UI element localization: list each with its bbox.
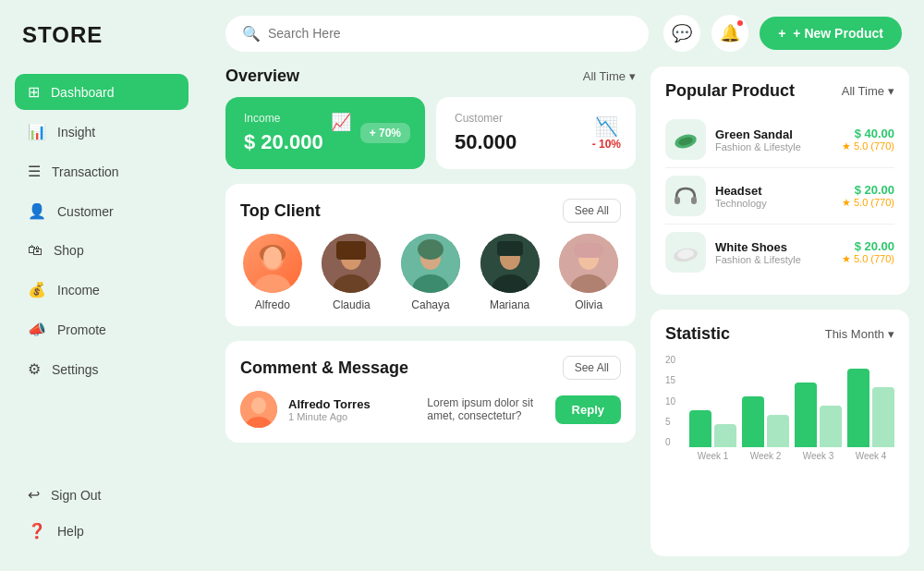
commenter-info: Alfredo Torres 1 Minute Ago [288, 397, 405, 422]
message-icon: 💬 [672, 23, 692, 43]
svg-point-21 [251, 397, 266, 414]
product-rating-shoes: ★ 5.0 (770) [842, 253, 894, 265]
sidebar-item-settings[interactable]: ⚙ Settings [15, 351, 188, 387]
x-label-week3: Week 3 [795, 451, 842, 461]
week2-bar2 [767, 415, 789, 447]
sidebar-label-promote: Promote [57, 322, 106, 337]
svg-rect-28 [691, 197, 697, 204]
statistic-filter[interactable]: This Month ▾ [825, 327, 894, 341]
trend-up-icon: 📈 [331, 112, 351, 132]
product-green-sandal[interactable]: Green Sandal Fashion & Lifestyle $ 40.00… [665, 112, 894, 168]
sidebar-item-income[interactable]: 💰 Income [15, 272, 188, 308]
sidebar-item-promote[interactable]: 📣 Promote [15, 311, 188, 347]
overview-filter[interactable]: All Time ▾ [583, 69, 636, 83]
chart-area: 0 5 10 15 20 [665, 355, 894, 466]
sidebar-label-insight: Insight [57, 125, 95, 140]
product-name-sandal: Green Sandal [715, 128, 833, 141]
y-label-0: 0 [665, 437, 675, 447]
commenter-avatar [240, 391, 277, 428]
product-price-headset: $ 20.00 [842, 183, 894, 197]
sidebar-item-help[interactable]: ❓ Help [15, 513, 188, 549]
sidebar-item-transaction[interactable]: ☰ Transaction [15, 153, 188, 189]
y-label-15: 15 [665, 375, 675, 385]
y-label-20: 20 [665, 355, 675, 365]
client-claudia[interactable]: Claudia [322, 234, 381, 311]
search-bar[interactable]: 🔍 [225, 16, 649, 52]
product-category-sandal: Fashion & Lifestyle [715, 141, 833, 152]
search-input[interactable] [268, 26, 632, 41]
product-rating-headset: ★ 5.0 (770) [842, 197, 894, 209]
statistic-header: Statistic This Month ▾ [665, 324, 894, 344]
product-price-col-shoes: $ 20.00 ★ 5.0 (770) [842, 239, 894, 265]
product-price-sandal: $ 40.00 [842, 127, 894, 140]
product-white-shoes[interactable]: White Shoes Fashion & Lifestyle $ 20.00 … [665, 225, 894, 280]
popular-header: Popular Product All Time ▾ [665, 81, 894, 101]
sidebar-label-transaction: Transaction [52, 164, 119, 179]
client-mariana[interactable]: Mariana [480, 234, 540, 311]
product-price-col-sandal: $ 40.00 ★ 5.0 (770) [842, 127, 894, 152]
client-cahaya[interactable]: Cahaya [401, 234, 460, 311]
week-2-bars [742, 396, 789, 447]
avatar-olivia [559, 234, 618, 293]
client-name-claudia: Claudia [333, 298, 371, 311]
product-price-shoes: $ 20.00 [842, 239, 894, 253]
signout-icon: ↩ [28, 486, 40, 504]
svg-point-1 [254, 274, 291, 293]
sidebar-label-income: Income [57, 283, 100, 298]
main-content: 🔍 💬 🔔 + + New Product Overview [203, 0, 924, 571]
sidebar-label-help: Help [57, 524, 84, 539]
client-name-olivia: Olivia [575, 298, 602, 311]
client-name-mariana: Mariana [490, 298, 529, 311]
reply-button[interactable]: Reply [555, 395, 621, 424]
svg-point-26 [669, 179, 702, 213]
svg-rect-19 [574, 243, 603, 258]
income-badge: + 70% [360, 123, 410, 143]
sidebar-item-signout[interactable]: ↩ Sign Out [15, 477, 188, 513]
settings-icon: ⚙ [28, 360, 41, 378]
popular-section: Popular Product All Time ▾ [650, 67, 909, 295]
insight-icon: 📊 [28, 123, 46, 140]
chevron-down-icon: ▾ [629, 69, 636, 83]
overview-header: Overview All Time ▾ [225, 67, 636, 86]
top-client-see-all[interactable]: See All [563, 199, 621, 223]
popular-filter[interactable]: All Time ▾ [842, 84, 894, 98]
sidebar-item-shop[interactable]: 🛍 Shop [15, 233, 188, 268]
avatar-mariana [480, 234, 540, 293]
y-label-10: 10 [665, 396, 675, 407]
comment-see-all[interactable]: See All [563, 356, 621, 380]
new-product-button[interactable]: + + New Product [760, 17, 902, 50]
client-alfredo[interactable]: Alfredo [243, 234, 302, 311]
income-card: Income $ 20.000 + 70% 📈 [225, 97, 425, 169]
top-client-title: Top Client [240, 201, 321, 221]
client-name-cahaya: Cahaya [411, 298, 449, 311]
statistic-filter-label: This Month [825, 327, 884, 341]
week2-bar1 [742, 396, 764, 447]
sidebar-item-insight[interactable]: 📊 Insight [15, 114, 188, 150]
week4-bar1 [847, 369, 869, 447]
notifications-button[interactable]: 🔔 [711, 15, 748, 52]
x-label-week1: Week 1 [689, 451, 736, 461]
overview-title: Overview [225, 67, 299, 86]
notification-badge [736, 18, 745, 28]
product-img-headset [665, 176, 706, 216]
product-name-headset: Headset [715, 184, 833, 198]
customer-trend-badge: 📉 - 10% [592, 115, 621, 151]
promote-icon: 📣 [28, 321, 46, 338]
popular-title: Popular Product [665, 81, 795, 101]
sidebar-item-dashboard[interactable]: ⊞ Dashboard [15, 74, 188, 110]
product-img-sandal [665, 119, 706, 160]
sidebar-item-customer[interactable]: 👤 Customer [15, 193, 188, 229]
product-headset[interactable]: Headset Technology $ 20.00 ★ 5.0 (770) [665, 168, 894, 225]
avatar-alfredo [243, 234, 302, 293]
week3-bar2 [820, 406, 842, 447]
top-client-header: Top Client See All [240, 199, 621, 223]
messages-button[interactable]: 💬 [663, 15, 700, 52]
dashboard-icon: ⊞ [28, 83, 40, 101]
header-icons: 💬 🔔 + + New Product [663, 15, 902, 52]
svg-rect-15 [497, 241, 523, 256]
week4-bar2 [872, 387, 894, 447]
sidebar-label-signout: Sign Out [51, 488, 101, 503]
overview-filter-label: All Time [583, 69, 626, 83]
y-label-5: 5 [665, 417, 675, 427]
client-olivia[interactable]: Olivia [559, 234, 618, 311]
